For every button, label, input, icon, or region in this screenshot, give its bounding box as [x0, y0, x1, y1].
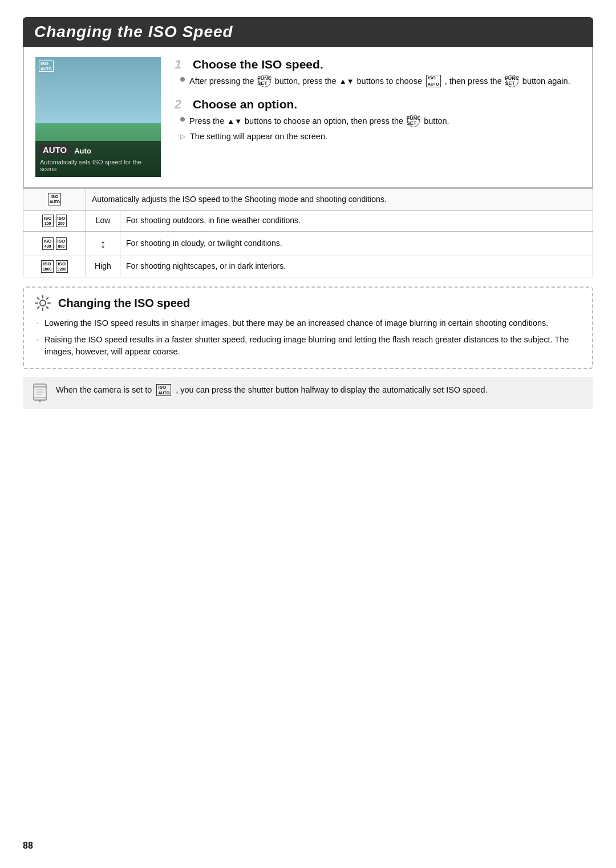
table-row-auto: ISO AUTO Automatically adjusts the ISO s…: [23, 189, 593, 211]
table-row-low: ISO100 ISO200 Low For shooting outdoors,…: [23, 211, 593, 232]
iso-auto-note-icon: ISO AUTO: [156, 384, 171, 396]
tri-bullet-2: ◦: [37, 336, 39, 345]
arrows-updown-2: ▲▼: [227, 116, 242, 127]
auto-desc: Automatically sets ISO speed for the sce…: [40, 159, 156, 172]
iso-auto-cell: ISO AUTO: [23, 189, 86, 211]
iso-auto-badge-table: ISO AUTO: [48, 193, 62, 205]
mid-desc-cell: For shooting in cloudy, or twilight cond…: [120, 232, 593, 256]
changing-iso-bullet-1-text: Lowering the ISO speed results in sharpe…: [44, 317, 548, 329]
iso-3200-badge: ISO3200: [56, 260, 68, 273]
iso-low-cell: ISO100 ISO200: [23, 211, 86, 232]
func-set-button-2: FUNCSET: [506, 75, 518, 87]
gear-icon-wrap: [33, 293, 52, 313]
svg-line-5: [38, 298, 39, 300]
iso-100-badge: ISO100: [42, 215, 54, 227]
iso-table: ISO AUTO Automatically adjusts the ISO s…: [23, 188, 593, 277]
page-title-bar: Changing the ISO Speed: [23, 17, 593, 47]
table-row-mid: ISO400 ISO800 ↕ For shooting in cloudy, …: [23, 232, 593, 256]
svg-line-8: [38, 307, 39, 309]
note-icon-wrap: [31, 384, 49, 402]
svg-marker-11: [39, 400, 41, 403]
note-pencil-icon: [31, 383, 48, 403]
iso-auto-desc: Automatically adjusts the ISO speed to t…: [86, 189, 593, 211]
camera-screenshot: ISO AUTO AUTO Auto Automatically sets IS…: [35, 57, 161, 177]
iso-200-badge: ISO200: [56, 215, 67, 227]
tri-bullet-1: ◦: [37, 319, 39, 328]
iso-high-badges: ISO1600 ISO3200: [29, 260, 80, 273]
step-2-block: 2 Choose an option. Press the ▲▼ buttons…: [175, 97, 581, 143]
auto-label: Auto: [74, 147, 91, 155]
step-2-bullet-1-text: Press the ▲▼ buttons to choose an option…: [189, 115, 449, 128]
note-text: When the camera is set to ISO AUTO , you…: [56, 384, 488, 397]
func-set-button-3: FUNCSET: [407, 115, 420, 127]
changing-iso-bullet-2-text: Raising the ISO speed results in a faste…: [44, 334, 583, 358]
svg-point-0: [40, 300, 46, 306]
step-2-bullets: Press the ▲▼ buttons to choose an option…: [175, 115, 581, 143]
step-1-number: 1: [175, 57, 187, 72]
iso-auto-icon-1: ISO AUTO: [426, 75, 441, 87]
step-1-bullet-1-text: After pressing the FUNCSET button, press…: [189, 75, 570, 88]
mid-arrow-cell: ↕: [86, 232, 120, 256]
step-1-bullet-1: After pressing the FUNCSET button, press…: [180, 75, 581, 88]
step-1-title: Choose the ISO speed.: [193, 58, 323, 71]
step-2-bullet-2: ▷ The setting will appear on the screen.: [180, 131, 581, 143]
iso-indicator: ISO AUTO: [39, 60, 56, 72]
iso-1600-badge: ISO1600: [41, 260, 54, 273]
low-level-cell: Low: [86, 211, 120, 232]
low-desc-cell: For shooting outdoors, in fine weather c…: [120, 211, 593, 232]
gear-icon: [34, 294, 52, 312]
steps-area: 1 Choose the ISO speed. After pressing t…: [175, 57, 581, 177]
page-number: 88: [23, 841, 33, 851]
iso-mid-cell: ISO400 ISO800: [23, 232, 86, 256]
step-2-title: Choose an option.: [193, 98, 297, 111]
bullet-dot-2a: [180, 117, 185, 122]
func-set-button-1: FUNCSET: [258, 75, 271, 87]
changing-iso-header: Changing the ISO speed: [33, 293, 583, 313]
high-desc-cell: For shooting nightscapes, or in dark int…: [120, 256, 593, 277]
iso-high-cell: ISO1600 ISO3200: [23, 256, 86, 277]
step-1-bullets: After pressing the FUNCSET button, press…: [175, 75, 581, 88]
step-2-number: 2: [175, 97, 187, 112]
step-2-bullet-2-text: The setting will appear on the screen.: [190, 131, 327, 143]
bullet-arrow-2: ▷: [180, 132, 185, 142]
step-1-header: 1 Choose the ISO speed.: [175, 57, 581, 72]
step-2-header: 2 Choose an option.: [175, 97, 581, 112]
high-level-cell: High: [86, 256, 120, 277]
step-2-bullet-1: Press the ▲▼ buttons to choose an option…: [180, 115, 581, 128]
top-content: ISO AUTO AUTO Auto Automatically sets IS…: [23, 47, 593, 188]
changing-iso-title: Changing the ISO speed: [58, 297, 190, 310]
note-box: When the camera is set to ISO AUTO , you…: [23, 377, 593, 409]
iso-400-badge: ISO400: [42, 237, 54, 250]
page-title: Changing the ISO Speed: [34, 23, 582, 41]
svg-line-6: [47, 307, 48, 309]
camera-overlay: AUTO Auto Automatically sets ISO speed f…: [35, 141, 161, 177]
changing-iso-section: Changing the ISO speed ◦ Lowering the IS…: [23, 286, 593, 369]
step-1-block: 1 Choose the ISO speed. After pressing t…: [175, 57, 581, 88]
svg-line-7: [47, 298, 48, 300]
changing-iso-bullet-2: ◦ Raising the ISO speed results in a fas…: [37, 334, 583, 358]
iso-mid-badges: ISO400 ISO800: [29, 237, 80, 250]
auto-badge: AUTO: [40, 144, 70, 155]
arrows-updown-1: ▲▼: [339, 76, 354, 87]
iso-low-badges: ISO100 ISO200: [29, 215, 80, 227]
changing-iso-bullets: ◦ Lowering the ISO speed results in shar…: [33, 317, 583, 358]
table-row-high: ISO1600 ISO3200 High For shooting nights…: [23, 256, 593, 277]
bullet-dot: [180, 77, 185, 82]
changing-iso-bullet-1: ◦ Lowering the ISO speed results in shar…: [37, 317, 583, 329]
iso-800-badge: ISO800: [56, 237, 67, 250]
